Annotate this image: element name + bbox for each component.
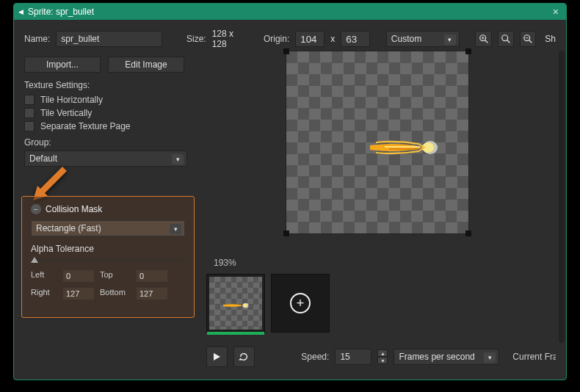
collapse-icon: ◀ [18, 8, 23, 15]
right-input[interactable]: 127 [63, 288, 94, 300]
mask-shape-select[interactable]: Rectangle (Fast) ▾ [31, 220, 185, 236]
resize-handle[interactable] [283, 48, 289, 54]
collapse-icon[interactable]: − [31, 204, 41, 214]
zoom-reset-button[interactable] [498, 31, 514, 47]
play-button[interactable] [206, 346, 228, 367]
frame-progress-bar [207, 332, 264, 335]
svg-point-4 [502, 35, 508, 41]
resize-handle[interactable] [465, 48, 471, 54]
svg-point-13 [243, 303, 247, 307]
caret-down-icon: ▾ [170, 224, 181, 234]
checkbox-icon [24, 121, 35, 131]
svg-marker-15 [239, 358, 242, 360]
group-select[interactable]: Default ▾ [24, 150, 187, 167]
size-label: Size: [186, 34, 206, 44]
svg-line-1 [485, 40, 487, 43]
loop-button[interactable] [233, 346, 255, 367]
collision-mask-panel: − Collision Mask Rectangle (Fast) ▾ Alph… [21, 196, 195, 318]
svg-marker-14 [214, 353, 220, 360]
sprite-preview[interactable] [286, 51, 469, 234]
edit-image-button[interactable]: Edit Image [108, 57, 184, 73]
zoom-in-button[interactable] [475, 31, 491, 47]
zoom-level: 193% [214, 258, 236, 268]
svg-line-5 [507, 40, 510, 43]
alpha-tolerance-slider[interactable] [31, 258, 185, 263]
resize-handle[interactable] [465, 231, 471, 236]
current-frame-label: Current Fra [512, 352, 556, 362]
caret-down-icon: ▾ [444, 35, 456, 45]
speed-stepper[interactable]: ▲ ▼ [377, 349, 388, 364]
scrollbar-vertical[interactable] [559, 51, 565, 343]
left-input[interactable]: 0 [63, 270, 94, 282]
plus-icon: + [290, 293, 311, 313]
bullet-sprite-icon [223, 301, 250, 310]
mask-shape-value: Rectangle (Fast) [36, 223, 101, 233]
frame-thumbnail[interactable] [206, 274, 265, 333]
name-label: Name: [24, 34, 50, 44]
origin-sep: x [330, 34, 335, 44]
origin-label: Origin: [264, 34, 289, 44]
slider-thumb-icon [31, 257, 38, 263]
left-label: Left [31, 270, 63, 282]
group-value: Default [29, 153, 57, 164]
speed-label: Speed: [301, 352, 329, 362]
bottom-input[interactable]: 127 [137, 288, 167, 300]
origin-x-input[interactable] [295, 31, 325, 47]
stepper-up-icon[interactable]: ▲ [377, 349, 388, 357]
highlight-arrow-icon [32, 165, 65, 199]
caret-down-icon: ▾ [172, 154, 184, 164]
origin-mode-value: Custom [391, 34, 421, 44]
top-label: Top [100, 270, 137, 282]
bullet-sprite-icon [370, 138, 441, 157]
size-value: 128 x 128 [212, 29, 248, 49]
import-button[interactable]: Import... [24, 57, 101, 73]
truncated-label: Sh [545, 34, 556, 44]
bottom-label: Bottom [100, 288, 137, 300]
zoom-out-button[interactable] [520, 31, 536, 47]
speed-input[interactable] [335, 349, 371, 365]
origin-y-input[interactable] [341, 31, 370, 47]
add-frame-button[interactable]: + [271, 274, 330, 333]
alpha-tolerance-label: Alpha Tolerance [31, 244, 185, 254]
mask-heading: Collision Mask [46, 204, 102, 214]
name-input[interactable] [56, 31, 162, 47]
speed-mode-value: Frames per second [399, 352, 474, 362]
close-icon[interactable]: × [550, 6, 562, 18]
origin-mode-select[interactable]: Custom ▾ [386, 31, 460, 47]
right-label: Right [31, 288, 63, 300]
window-title: Sprite: spr_bullet [28, 7, 550, 17]
top-input[interactable]: 0 [137, 270, 167, 282]
svg-line-7 [529, 40, 532, 43]
resize-handle[interactable] [283, 231, 289, 236]
caret-down-icon: ▾ [484, 352, 496, 363]
checkbox-icon [24, 108, 35, 118]
checkbox-icon [24, 95, 35, 105]
titlebar[interactable]: ◀ Sprite: spr_bullet × [14, 4, 566, 20]
stepper-down-icon[interactable]: ▼ [377, 357, 388, 364]
speed-mode-select[interactable]: Frames per second ▾ [394, 349, 499, 365]
